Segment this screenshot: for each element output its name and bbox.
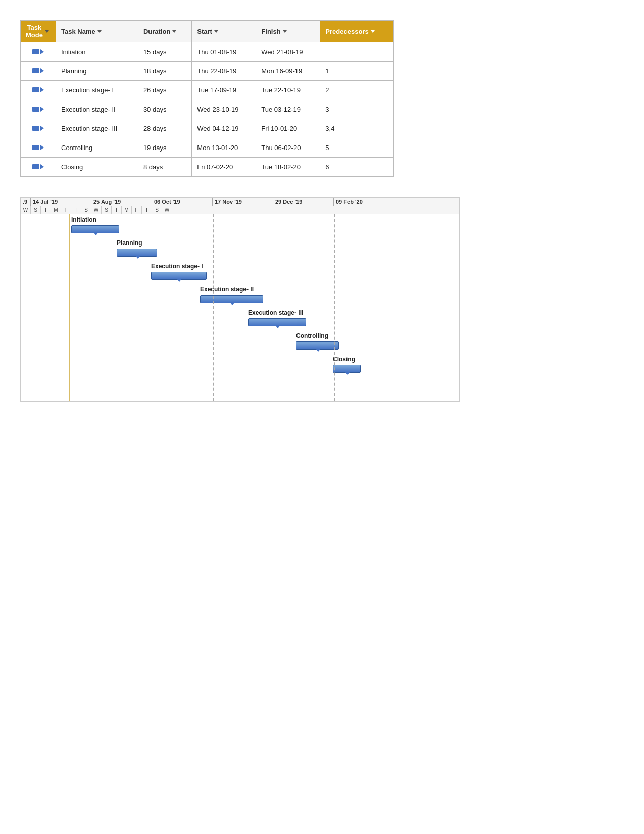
start-sort-icon[interactable] <box>214 30 218 33</box>
gantt-day-cell: S <box>102 206 112 214</box>
taskmode-rect <box>32 49 39 54</box>
gantt-data-table: TaskMode Task Name Duration <box>20 20 394 177</box>
gantt-row-closing: Closing <box>21 354 459 377</box>
gantt-label-initiation: Initiation <box>71 216 96 223</box>
cell-finish: Wed 21-08-19 <box>256 42 320 62</box>
gantt-body: Initiation Planning Execution stage- I E… <box>21 214 459 401</box>
gantt-day-cell: S <box>31 206 41 214</box>
taskmode-icon <box>32 126 44 131</box>
cell-predecessors <box>320 42 394 62</box>
cell-duration: 8 days <box>138 158 191 177</box>
gantt-month-cell: 25 Aug '19 <box>91 198 152 206</box>
gantt-chart-section: .9 14 Jul '19 25 Aug '19 06 Oct '19 17 N… <box>20 197 460 402</box>
taskmode-rect <box>32 145 39 150</box>
gantt-day-cell: T <box>41 206 51 214</box>
table-row: Execution stage- II30 daysWed 23-10-19Tu… <box>21 100 394 119</box>
col-header-duration[interactable]: Duration <box>138 21 191 42</box>
gantt-day-cell: S <box>81 206 91 214</box>
gantt-arrow-initiation <box>93 232 98 235</box>
cell-predecessors: 1 <box>320 62 394 81</box>
gantt-bar-exec1 <box>151 272 207 280</box>
predecessors-label: Predecessors <box>325 28 368 35</box>
taskmode-icon <box>32 87 44 92</box>
taskmode-icon <box>32 164 44 169</box>
finish-sort-icon[interactable] <box>283 30 287 33</box>
gantt-day-cell: S <box>152 206 162 214</box>
gantt-day-cell: W <box>91 206 102 214</box>
gantt-month-cell: 29 Dec '19 <box>273 198 334 206</box>
taskmode-arrow <box>40 164 44 169</box>
gantt-label-exec3: Execution stage- III <box>248 309 303 316</box>
taskmode-arrow <box>40 49 44 54</box>
gantt-bar-initiation <box>71 225 119 233</box>
gantt-bar-exec2 <box>200 295 263 303</box>
gantt-label-exec2: Execution stage- II <box>200 286 254 293</box>
gantt-vline <box>213 214 214 401</box>
taskmode-rect <box>32 68 39 73</box>
gantt-month-cell: 14 Jul '19 <box>31 198 91 206</box>
gantt-month-cell: 17 Nov '19 <box>213 198 273 206</box>
gantt-start-line <box>69 214 70 401</box>
gantt-bar-closing <box>333 365 361 373</box>
cell-duration: 28 days <box>138 119 191 138</box>
taskmode-rect <box>32 126 39 131</box>
gantt-day-cell: M <box>122 206 132 214</box>
gantt-arrow-planning <box>135 256 140 259</box>
gantt-vline <box>334 214 335 401</box>
col-header-start[interactable]: Start <box>192 21 256 42</box>
cell-finish: Tue 03-12-19 <box>256 100 320 119</box>
cell-finish: Fri 10-01-20 <box>256 119 320 138</box>
col-header-finish[interactable]: Finish <box>256 21 320 42</box>
gantt-bar-exec3 <box>248 318 306 326</box>
table-row: Closing8 daysFri 07-02-20Tue 18-02-206 <box>21 158 394 177</box>
cell-start: Mon 13-01-20 <box>192 138 256 158</box>
gantt-month-cell: 09 Feb '20 <box>334 198 394 206</box>
gantt-row-exec2: Execution stage- II <box>21 284 459 307</box>
gantt-day-cell: F <box>132 206 142 214</box>
taskmode-sort-icon[interactable] <box>45 30 49 33</box>
gantt-label-planning: Planning <box>117 239 142 247</box>
cell-taskname: Execution stage- III <box>56 119 138 138</box>
gantt-label-exec1: Execution stage- I <box>151 263 203 270</box>
gantt-bar-controlling <box>296 341 339 350</box>
cell-start: Wed 04-12-19 <box>192 119 256 138</box>
cell-duration: 26 days <box>138 81 191 100</box>
col-header-taskmode[interactable]: TaskMode <box>21 21 56 42</box>
cell-start: Tue 17-09-19 <box>192 81 256 100</box>
gantt-arrow-exec2 <box>230 302 235 305</box>
gantt-label-controlling: Controlling <box>296 332 328 339</box>
duration-sort-icon[interactable] <box>172 30 176 33</box>
col-header-predecessors[interactable]: Predecessors <box>320 21 394 42</box>
cell-taskname: Closing <box>56 158 138 177</box>
duration-label: Duration <box>143 28 170 35</box>
taskname-sort-icon[interactable] <box>97 30 102 33</box>
gantt-day-cell: T <box>142 206 152 214</box>
gantt-day-cell: F <box>61 206 71 214</box>
gantt-row-controlling: Controlling <box>21 330 459 354</box>
gantt-bar-planning <box>117 249 157 257</box>
taskmode-arrow <box>40 107 44 112</box>
cell-predecessors: 3,4 <box>320 119 394 138</box>
gantt-day-cell: T <box>112 206 122 214</box>
taskmode-icon <box>32 49 44 54</box>
cell-start: Thu 01-08-19 <box>192 42 256 62</box>
finish-label: Finish <box>261 28 280 35</box>
cell-predecessors: 6 <box>320 158 394 177</box>
col-header-taskname[interactable]: Task Name <box>56 21 138 42</box>
table-row: Controlling19 daysMon 13-01-20Thu 06-02-… <box>21 138 394 158</box>
cell-taskname: Controlling <box>56 138 138 158</box>
gantt-arrow-exec1 <box>177 279 182 282</box>
cell-taskname: Initiation <box>56 42 138 62</box>
cell-taskmode <box>21 42 56 62</box>
cell-taskmode <box>21 100 56 119</box>
gantt-day-cell: W <box>21 206 31 214</box>
gantt-month-cell: 06 Oct '19 <box>152 198 213 206</box>
cell-start: Wed 23-10-19 <box>192 100 256 119</box>
cell-taskname: Execution stage- I <box>56 81 138 100</box>
cell-duration: 15 days <box>138 42 191 62</box>
predecessors-sort-icon[interactable] <box>371 30 375 33</box>
taskmode-rect <box>32 164 39 169</box>
cell-taskmode <box>21 81 56 100</box>
cell-predecessors: 3 <box>320 100 394 119</box>
gantt-label-closing: Closing <box>333 356 355 363</box>
